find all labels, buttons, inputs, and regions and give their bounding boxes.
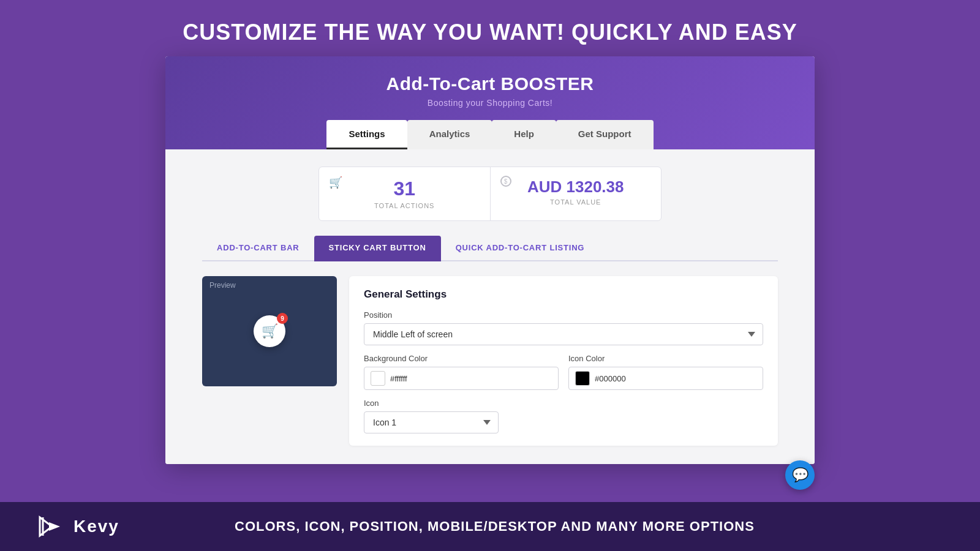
svg-marker-2 — [49, 522, 60, 531]
preview-panel: Preview 9 🛒 — [202, 276, 337, 386]
bottom-bar: Kevy COLORS, ICON, POSITION, MOBILE/DESK… — [0, 502, 980, 551]
panels-row: Preview 9 🛒 General Settings Position Mi… — [202, 276, 778, 446]
icon-color-value: #000000 — [595, 374, 626, 383]
app-subtitle: Boosting your Shopping Carts! — [165, 98, 815, 108]
tab-help[interactable]: Help — [492, 120, 556, 149]
preview-label: Preview — [202, 276, 243, 294]
sub-tab-add-to-cart-bar[interactable]: ADD-TO-CART BAR — [202, 236, 314, 261]
icon-color-label: Icon Color — [568, 354, 763, 363]
icon-color-group: Icon Color #000000 — [568, 354, 763, 390]
bg-color-input[interactable]: #ffffff — [364, 367, 559, 390]
logo-area: Kevy — [37, 511, 119, 542]
cart-badge: 9 — [277, 313, 288, 324]
chat-icon: 💬 — [792, 467, 809, 483]
preview-cart-button: 9 🛒 — [254, 315, 285, 347]
bg-color-swatch — [371, 371, 385, 386]
color-row: Background Color #ffffff Icon Color #000… — [364, 354, 763, 390]
sub-tabs: ADD-TO-CART BAR STICKY CART BUTTON QUICK… — [202, 236, 778, 261]
icon-field: Icon Icon 1 Icon 2 Icon 3 — [364, 399, 763, 433]
icon-label: Icon — [364, 399, 763, 408]
stat-total-actions: 🛒 31 TOTAL ACTIONS — [319, 167, 491, 220]
sub-tab-quick-add-to-cart-listing[interactable]: QUICK ADD-TO-CART LISTING — [441, 236, 600, 261]
app-title: Add-To-Cart BOOSTER — [165, 73, 815, 94]
bg-color-value: #ffffff — [390, 374, 407, 383]
main-card: Add-To-Cart BOOSTER Boosting your Shoppi… — [165, 56, 815, 464]
settings-panel: General Settings Position Middle Left of… — [349, 276, 778, 446]
position-label: Position — [364, 310, 763, 320]
background-color-group: Background Color #ffffff — [364, 354, 559, 390]
kevy-logo-icon — [37, 511, 67, 542]
total-actions-label: TOTAL ACTIONS — [374, 202, 434, 209]
tab-analytics[interactable]: Analytics — [407, 120, 492, 149]
icon-color-input[interactable]: #000000 — [568, 367, 763, 390]
settings-panel-title: General Settings — [364, 288, 763, 301]
stats-row: 🛒 31 TOTAL ACTIONS $ AUD 1320.38 TOTAL V… — [318, 167, 662, 221]
bottom-tagline: COLORS, ICON, POSITION, MOBILE/DESKTOP A… — [119, 519, 870, 534]
cart-icon: 🛒 — [329, 176, 342, 189]
total-value-label: TOTAL VALUE — [550, 198, 601, 206]
icon-color-swatch — [575, 371, 590, 386]
stat-total-value: $ AUD 1320.38 TOTAL VALUE — [491, 167, 662, 220]
icon-select[interactable]: Icon 1 Icon 2 Icon 3 — [364, 411, 499, 433]
nav-tabs: Settings Analytics Help Get Support — [165, 120, 815, 149]
total-actions-value: 31 — [393, 178, 415, 200]
tab-get-support[interactable]: Get Support — [556, 120, 654, 149]
dollar-icon: $ — [500, 176, 511, 187]
cart-icon-preview: 🛒 — [262, 323, 278, 339]
top-headline: CUSTOMIZE THE WAY YOU WANT! QUICKLY AND … — [183, 20, 797, 45]
card-header: Add-To-Cart BOOSTER Boosting your Shoppi… — [165, 56, 815, 149]
chat-bubble[interactable]: 💬 — [785, 460, 815, 490]
total-value-amount: AUD 1320.38 — [527, 178, 624, 196]
logo-text: Kevy — [74, 517, 119, 536]
bg-color-label: Background Color — [364, 354, 559, 363]
sub-tab-sticky-cart-button[interactable]: STICKY CART BUTTON — [314, 236, 441, 261]
position-select[interactable]: Middle Left of screen Middle Right of sc… — [364, 323, 763, 345]
card-content: 🛒 31 TOTAL ACTIONS $ AUD 1320.38 TOTAL V… — [165, 149, 815, 464]
tab-settings[interactable]: Settings — [326, 120, 407, 149]
